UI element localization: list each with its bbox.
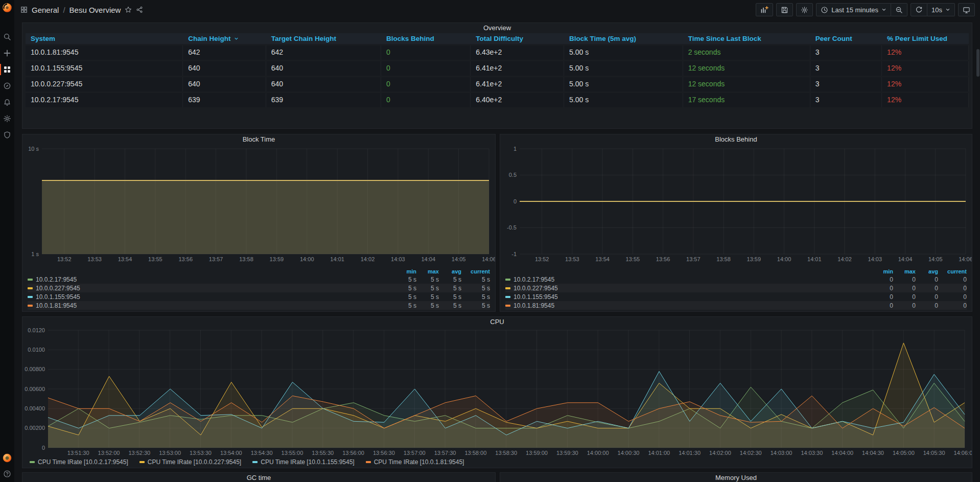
sidebar-item-server-admin[interactable] bbox=[0, 131, 14, 139]
sidebar-item-search[interactable] bbox=[0, 33, 14, 41]
column-header[interactable]: Target Chain Height bbox=[266, 33, 381, 44]
legend-series-name[interactable]: 10.0.1.155:9545 bbox=[28, 293, 394, 301]
table-cell: 0 bbox=[381, 61, 471, 76]
breadcrumb-dashboard[interactable]: Besu Overview bbox=[69, 6, 121, 14]
x-tick-label: 13:56 bbox=[656, 256, 670, 262]
legend-series-name[interactable]: 10.0.0.227:9545 bbox=[505, 285, 871, 292]
x-tick-label: 13:54:00 bbox=[220, 450, 242, 456]
star-icon[interactable] bbox=[125, 6, 132, 13]
panel-title[interactable]: Overview bbox=[22, 23, 972, 33]
cpu-chart[interactable]: 13:51:3013:52:0013:52:3013:53:0013:53:30… bbox=[22, 327, 972, 458]
legend-stats-header: minmaxavgcurrent bbox=[505, 267, 967, 275]
legend-item[interactable]: CPU Time IRate [10.0.1.81:9545] bbox=[366, 458, 464, 466]
table-cell: 6.40e+2 bbox=[471, 93, 564, 107]
column-header[interactable]: Block Time (5m avg) bbox=[564, 33, 683, 44]
legend-row: 10.0.2.17:95455 s5 s5 s5 s bbox=[28, 275, 490, 284]
table-cell: 5.00 s bbox=[564, 61, 683, 76]
table-cell: 6.43e+2 bbox=[471, 45, 564, 60]
dashboard-grid-icon[interactable] bbox=[20, 6, 28, 13]
panel-title[interactable]: Block Time bbox=[22, 134, 495, 145]
series-color-swatch bbox=[139, 461, 145, 463]
add-panel-icon bbox=[760, 6, 768, 14]
y-tick-label: 0.00800 bbox=[25, 366, 45, 372]
table-cell: 0 bbox=[381, 77, 471, 91]
x-tick-label: 14:02:30 bbox=[740, 450, 762, 456]
legend-series-name[interactable]: 10.0.2.17:9545 bbox=[505, 276, 871, 283]
table-cell: 2 seconds bbox=[683, 45, 810, 60]
panel-gc-time: GC time bbox=[22, 472, 496, 482]
panel-title[interactable]: Blocks Behind bbox=[500, 134, 972, 145]
breadcrumb-folder[interactable]: General bbox=[32, 6, 59, 14]
save-icon bbox=[781, 6, 788, 14]
table-cell: 12% bbox=[882, 77, 969, 91]
legend-stats-header: minmaxavgcurrent bbox=[28, 267, 490, 275]
user-avatar[interactable] bbox=[3, 453, 12, 463]
grafana-app: General / Besu Overview bbox=[0, 0, 980, 482]
legend-series-name[interactable]: 10.0.1.81:9545 bbox=[28, 302, 394, 309]
sidebar-item-explore[interactable] bbox=[0, 82, 14, 90]
x-tick-label: 14:00 bbox=[300, 256, 314, 262]
table-cell: 5.00 s bbox=[564, 93, 683, 107]
y-tick-label: 0.00200 bbox=[25, 425, 45, 431]
x-tick-label: 14:01:30 bbox=[679, 450, 701, 456]
column-header[interactable]: Blocks Behind bbox=[381, 33, 471, 44]
dashboard-settings-button[interactable] bbox=[796, 3, 813, 16]
x-tick-label: 13:53:00 bbox=[159, 450, 181, 456]
scrollbar-thumb[interactable] bbox=[976, 49, 979, 77]
column-header[interactable]: Chain Height bbox=[183, 33, 266, 44]
legend-row: 10.0.1.155:95455 s5 s5 s5 s bbox=[28, 292, 490, 301]
legend-item[interactable]: CPU Time IRate [10.0.1.155:9545] bbox=[252, 458, 354, 466]
table-cell: 642 bbox=[183, 45, 266, 60]
column-header[interactable]: Total Difficulty bbox=[471, 33, 564, 44]
column-header[interactable]: System bbox=[26, 33, 183, 44]
table-cell: 3 bbox=[810, 77, 882, 91]
share-icon[interactable] bbox=[136, 6, 143, 13]
x-tick-label: 13:53:30 bbox=[190, 450, 212, 456]
column-header[interactable]: Time Since Last Block bbox=[683, 33, 810, 44]
legend-row: 10.0.2.17:95450000 bbox=[505, 275, 967, 284]
table-row: 10.0.1.81:954564264206.43e+25.00 s2 seco… bbox=[26, 45, 969, 60]
legend-stat-value: 5 s bbox=[461, 302, 490, 309]
y-tick-label: 0.00600 bbox=[25, 386, 45, 392]
sidebar-item-dashboards[interactable] bbox=[0, 65, 14, 74]
cycle-view-button[interactable] bbox=[958, 3, 975, 16]
legend-item[interactable]: CPU Time IRate [10.0.0.227:9545] bbox=[139, 458, 241, 466]
legend-series-name[interactable]: 10.0.0.227:9545 bbox=[28, 285, 394, 292]
save-dashboard-button[interactable] bbox=[776, 3, 793, 16]
dashboard-canvas: Overview SystemChain HeightTarget Chain … bbox=[14, 19, 980, 482]
panel-title[interactable]: GC time bbox=[22, 473, 495, 482]
legend-item[interactable]: CPU Time IRate [10.0.2.17:9545] bbox=[30, 458, 128, 466]
legend-series-name[interactable]: 10.0.2.17:9545 bbox=[28, 276, 394, 283]
time-range-button[interactable]: Last 15 minutes bbox=[816, 3, 891, 16]
sidebar-item-configuration[interactable] bbox=[0, 114, 14, 123]
table-cell: 640 bbox=[266, 61, 381, 76]
x-tick-label: 14:01 bbox=[807, 256, 822, 262]
legend-series-name[interactable]: 10.0.1.155:9545 bbox=[505, 293, 871, 301]
table-cell: 10.0.1.155:9545 bbox=[26, 61, 183, 76]
add-panel-button[interactable] bbox=[756, 3, 773, 16]
x-tick-label: 13:55:30 bbox=[312, 450, 334, 456]
help-icon[interactable] bbox=[3, 470, 12, 478]
zoom-out-button[interactable] bbox=[891, 3, 907, 16]
x-tick-label: 13:58:30 bbox=[495, 450, 517, 456]
x-tick-label: 13:59:00 bbox=[526, 450, 548, 456]
blocks-behind-chart[interactable]: 13:5213:5313:5413:5513:5613:5713:5813:59… bbox=[500, 145, 972, 266]
x-tick-label: 13:57:00 bbox=[404, 450, 426, 456]
legend-stat-value: 5 s bbox=[439, 293, 461, 301]
grafana-logo-icon[interactable] bbox=[2, 2, 13, 13]
column-header[interactable]: Peer Count bbox=[810, 33, 882, 44]
panel-title[interactable]: Memory Used bbox=[500, 473, 972, 482]
block-time-legend: minmaxavgcurrent10.0.2.17:95455 s5 s5 s5… bbox=[22, 266, 495, 310]
panel-title[interactable]: CPU bbox=[22, 317, 972, 327]
block-time-chart[interactable]: 13:5213:5313:5413:5513:5613:5713:5813:59… bbox=[22, 145, 495, 266]
scrollbar[interactable] bbox=[976, 19, 980, 482]
legend-series-name[interactable]: 10.0.1.81:9545 bbox=[505, 302, 871, 309]
refresh-interval-button[interactable]: 10s bbox=[927, 3, 955, 16]
table-cell: 12 seconds bbox=[683, 77, 810, 91]
column-header[interactable]: % Peer Limit Used bbox=[882, 33, 969, 44]
sidebar-item-alerting[interactable] bbox=[0, 98, 14, 106]
table-cell: 640 bbox=[266, 77, 381, 91]
sidebar-item-create[interactable] bbox=[0, 49, 14, 57]
breadcrumb-separator: / bbox=[63, 6, 65, 14]
refresh-button[interactable] bbox=[911, 3, 927, 16]
